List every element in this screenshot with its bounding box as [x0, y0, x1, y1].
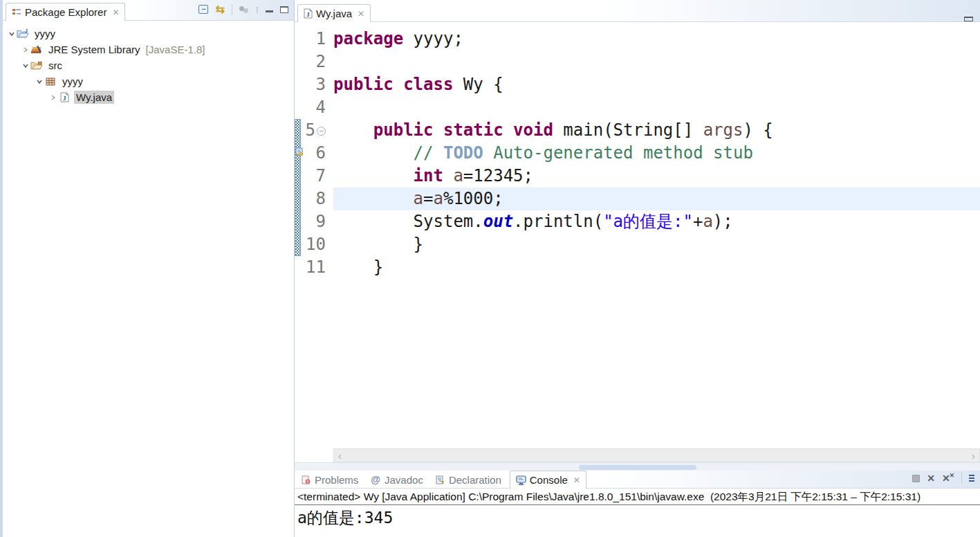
console-output[interactable]: a的值是:345 [295, 505, 980, 537]
code-token: Wy { [453, 75, 503, 94]
close-icon[interactable]: ✕ [573, 475, 580, 485]
line-number: 9 [295, 210, 333, 233]
code-line[interactable]: 2 [295, 51, 980, 73]
code-text: System.out.println("a的值是:"+a); [333, 210, 980, 233]
minimize-icon[interactable] [964, 17, 973, 21]
tab-label: Console [530, 474, 568, 486]
close-icon[interactable]: ✕ [112, 8, 119, 17]
svg-text:J: J [25, 28, 28, 33]
source-folder-name: src [46, 59, 64, 72]
code-line[interactable]: 10 } [295, 233, 980, 256]
code-token [333, 166, 414, 185]
console-view: Problems @ Javadoc Declaration Console ✕ [295, 471, 980, 537]
tab-package-explorer[interactable]: Package Explorer ✕ [6, 3, 125, 21]
horizontal-scrollbar[interactable]: ‹ › [333, 448, 980, 462]
code-token: } [333, 257, 383, 277]
code-token: public static void [373, 120, 553, 140]
chevron-down-icon[interactable] [7, 29, 17, 39]
code-line[interactable]: 3 public class Wy { [295, 73, 980, 96]
tree-row-package[interactable]: yyyy [3, 73, 294, 89]
chevron-right-icon[interactable] [48, 93, 58, 102]
problems-icon [302, 475, 311, 484]
line-number: 2 [295, 51, 333, 73]
package-name: yyyy [60, 75, 85, 88]
code-line[interactable]: 11 } [295, 256, 980, 279]
console-toolbar: ✕ ✕ [912, 473, 980, 488]
tab-wy-java[interactable]: J Wy.java ✕ [297, 4, 371, 22]
toolbar-separator [232, 4, 232, 15]
tree-row-project[interactable]: J yyyy [3, 26, 294, 42]
console-list-icon[interactable] [969, 473, 974, 483]
code-line[interactable]: 9 System.out.println("a的值是:"+a); [295, 210, 980, 233]
project-name: yyyy [33, 27, 57, 40]
tab-javadoc[interactable]: @ Javadoc [365, 471, 429, 489]
code-token: a [434, 189, 443, 208]
code-token: args [703, 120, 743, 140]
code-token: ) { [743, 120, 773, 140]
file-name: Wy.java [74, 91, 114, 104]
code-line[interactable]: 1 package yyyy; [295, 28, 980, 51]
link-with-editor-icon[interactable]: ⇆ [215, 3, 224, 16]
package-icon [44, 76, 57, 87]
code-token: System. [414, 212, 483, 231]
chevron-right-icon[interactable] [21, 45, 30, 55]
tree-row-file[interactable]: J Wy.java [3, 89, 294, 105]
code-text: int a=12345; [333, 165, 980, 188]
collapse-all-icon[interactable]: − [198, 5, 208, 14]
chevron-down-icon[interactable] [21, 61, 30, 71]
code-token: TODO [443, 143, 483, 163]
code-line-current[interactable]: 8 a=a%1000; [295, 188, 980, 210]
console-tab-bar: Problems @ Javadoc Declaration Console ✕ [295, 471, 980, 489]
tab-problems[interactable]: Problems [296, 471, 364, 489]
code-token: main(String[] [553, 120, 703, 140]
code-area: 1 package yyyy; 2 3 public class Wy { 4 [295, 22, 980, 279]
tab-label: Wy.java [316, 8, 352, 19]
code-token: %1000; [443, 189, 503, 208]
tab-declaration[interactable]: Declaration [430, 471, 507, 489]
project-tree: J yyyy JRE System Library [JavaSE-1.8] s… [3, 21, 294, 105]
terminate-icon[interactable] [912, 475, 920, 482]
line-number: 5− [295, 119, 333, 142]
code-token: Auto-generated method stub [483, 143, 753, 163]
view-menu-icon[interactable]: ⁝ [256, 6, 259, 13]
code-token: = [423, 189, 433, 208]
code-text: } [333, 256, 980, 279]
line-number: 11 [295, 256, 333, 279]
remove-all-terminated-icon[interactable]: ✕ [942, 473, 954, 483]
explorer-toolbar: − ⇆ ⁝ [198, 3, 294, 20]
scroll-left-icon[interactable]: ‹ [338, 450, 342, 462]
code-text: // TODO Auto-generated method stub [333, 142, 980, 165]
code-line[interactable]: 7 int a=12345; [295, 165, 980, 188]
code-token: yyyy; [403, 29, 463, 48]
minimize-icon[interactable] [266, 10, 273, 12]
tab-console[interactable]: Console ✕ [510, 471, 586, 489]
package-explorer-header: Package Explorer ✕ − ⇆ ⁝ [3, 0, 294, 21]
close-icon[interactable]: ✕ [358, 9, 364, 19]
code-token: out [483, 212, 513, 231]
line-number: 4 [295, 96, 333, 119]
tree-row-src[interactable]: src [3, 57, 294, 73]
tab-label: Problems [315, 474, 358, 486]
code-line[interactable]: 4 [295, 96, 980, 119]
fold-collapse-icon[interactable]: − [317, 127, 326, 136]
focus-dots-icon[interactable] [239, 6, 249, 13]
tree-row-jre[interactable]: JRE System Library [JavaSE-1.8] [3, 42, 294, 57]
code-token: ); [713, 212, 733, 231]
chevron-down-icon[interactable] [35, 77, 44, 87]
code-line[interactable]: 5− public static void main(String[] args… [295, 119, 980, 142]
editor-console-sash[interactable] [295, 462, 980, 471]
package-explorer-icon [12, 8, 21, 17]
scroll-right-icon[interactable]: › [972, 450, 975, 462]
code-token [333, 143, 414, 163]
maximize-icon[interactable] [280, 6, 288, 13]
code-token: a [414, 189, 423, 208]
remove-launch-icon[interactable]: ✕ [927, 473, 935, 483]
eclipse-workbench: Package Explorer ✕ − ⇆ ⁝ J yyyy [0, 0, 980, 537]
sash-handle[interactable] [579, 465, 696, 470]
code-line[interactable]: 6 // TODO Auto-generated method stub [295, 142, 980, 165]
line-number: 10 [295, 233, 333, 256]
line-number: 3 [295, 73, 333, 96]
console-icon [516, 475, 526, 485]
code-text [333, 96, 980, 119]
editor-body[interactable]: 1 package yyyy; 2 3 public class Wy { 4 [295, 22, 980, 448]
